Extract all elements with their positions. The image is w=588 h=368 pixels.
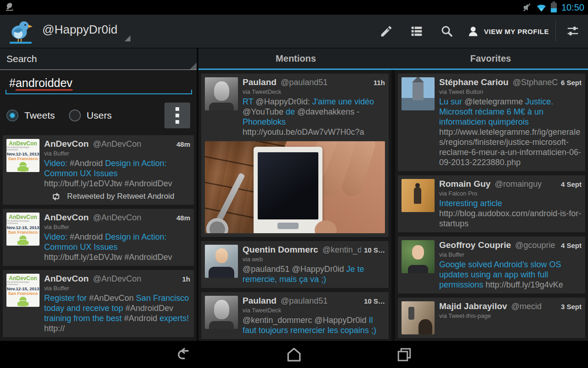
radio-tweets-label: Tweets — [24, 110, 55, 121]
timeline-lists: Pauland@pauland5111hvia TweetDeckRT @Hap… — [198, 70, 588, 341]
avatar[interactable] — [205, 245, 238, 278]
search-input[interactable]: #androiddev — [6, 75, 192, 94]
tweet-timestamp: 3 Sept — [558, 303, 582, 310]
tweet-media-image[interactable] — [205, 141, 385, 233]
app-logo-bird-icon[interactable] — [7, 18, 34, 45]
tweet-link[interactable]: @YouTube — [243, 107, 286, 116]
avatar[interactable] — [401, 179, 435, 212]
tune-button[interactable] — [558, 15, 588, 48]
tweet-row: Quentin Dommerc@kentin_dommerc10 S…via w… — [205, 245, 385, 284]
content-area: Search #androiddev Tweets Users — [0, 48, 588, 341]
tweet-card[interactable]: AnDevConThe Android Developer Conference… — [3, 270, 194, 337]
tweet-link[interactable]: @letelegramme — [464, 97, 525, 106]
tweet-author-handle: @gcouprie — [515, 241, 555, 250]
tweet-link[interactable]: http://buff.ly/1eDVJtw #AndroidDev — [44, 253, 172, 262]
avatar-text: AnDevCon — [9, 141, 37, 146]
tweet-text: Lu sur @letelegramme Justice. Microsoft … — [439, 97, 582, 167]
avatar[interactable] — [401, 77, 435, 110]
avatar[interactable]: AnDevConThe Android Developer Conference… — [6, 274, 40, 307]
recents-button[interactable] — [390, 344, 418, 365]
tweet-main: AnDevCon@AnDevCon1hvia BufferRegister fo… — [44, 274, 190, 334]
tweet-link[interactable]: http://youtu.be/oDAw7vW7H0c?a — [243, 127, 364, 137]
tweet-link[interactable]: #AnDevCon — [89, 293, 136, 303]
avatar-text: San Francisco — [8, 291, 38, 296]
avatar[interactable] — [401, 301, 435, 334]
tweet-card[interactable]: Geoffroy Couprie@gcouprie4 Septvia Buffe… — [398, 236, 585, 293]
system-nav-bar — [0, 341, 588, 368]
compose-button[interactable] — [371, 15, 401, 48]
android-robot-icon — [16, 162, 30, 172]
tweet-header: AnDevCon@AnDevCon48m — [44, 213, 190, 223]
tweet-card[interactable]: Romain Guy@romainguy4 Septvia Falcon Pro… — [398, 175, 585, 232]
tweet-timestamp: 10 S… — [361, 246, 385, 254]
search-header-label: Search — [6, 53, 37, 64]
account-name: @HappyDr0id — [42, 23, 118, 36]
avatar[interactable] — [205, 296, 238, 329]
overflow-dot — [175, 114, 179, 117]
tab-favorites[interactable]: Favorites — [393, 48, 588, 69]
tweet-link[interactable]: http://www.letelegramme.fr/ig/generales/… — [439, 127, 581, 167]
overflow-menu-button[interactable] — [164, 103, 190, 128]
avatar[interactable]: AnDevConThe Android Developer Conference… — [6, 213, 40, 246]
clock: 10:50 — [561, 2, 584, 13]
lists-button[interactable] — [401, 15, 432, 48]
tweet-link[interactable]: @pauland51 @HappyDr0id — [243, 264, 346, 274]
tweet-link[interactable]: http:// — [44, 324, 65, 333]
tweet-link[interactable]: @davehakkens - — [297, 107, 359, 116]
avatar[interactable] — [401, 240, 435, 273]
avatar[interactable]: AnDevConThe Android Developer Conference… — [6, 139, 40, 172]
mute-icon — [522, 2, 532, 12]
app-bar: @HappyDr0id — [0, 15, 588, 48]
avatar-text: AnDevCon — [9, 276, 37, 281]
tweet-card[interactable]: Stéphane Cariou@StphaneCariou6 Septvia T… — [398, 74, 585, 171]
tweet-link[interactable]: #Android — [70, 159, 105, 168]
spinner-arrow-icon — [124, 35, 130, 41]
tweet-link[interactable]: @HappyDr0id: — [255, 97, 312, 106]
tweet-link[interactable]: http://blog.audobox.com/android-is-for-s… — [439, 209, 581, 228]
tweet-link[interactable]: #AndroidDev — [125, 304, 173, 313]
tweet-card[interactable]: Majid Jabrayilov@mecid3 Septvia Tweet-th… — [398, 298, 585, 338]
home-icon — [285, 346, 303, 363]
back-button[interactable] — [170, 344, 198, 365]
tweet-main: AnDevCon@AnDevCon48mvia BufferVideo: #An… — [44, 213, 190, 262]
tweet-card[interactable]: AnDevConThe Android Developer Conference… — [3, 135, 194, 205]
overflow-dot — [175, 120, 179, 124]
avatar[interactable] — [205, 77, 238, 110]
tweet-author-name: Romain Guy — [439, 179, 491, 189]
tweet-link[interactable]: #Android — [70, 232, 105, 242]
avatar-text: The Android Developer Conference — [6, 281, 40, 286]
tweet-link[interactable]: http://buff.ly/19g4vKe — [486, 280, 563, 289]
search-type-row: Tweets Users — [6, 103, 190, 128]
tweet-row: AnDevConThe Android Developer Conference… — [6, 274, 190, 334]
tweet-row: Geoffroy Couprie@gcouprie4 Septvia Buffe… — [401, 240, 582, 290]
media-phone-button — [277, 223, 299, 229]
tweet-author-name: AnDevCon — [44, 139, 89, 149]
avatar-text: The Android Developer Conference — [6, 220, 40, 224]
action-bar-divider — [555, 21, 556, 42]
tweet-card[interactable]: AnDevConThe Android Developer Conference… — [3, 209, 194, 266]
account-spinner[interactable]: @HappyDr0id — [42, 23, 137, 40]
tweet-timestamp: 4 Sept — [558, 242, 582, 249]
action-bar-buttons: VIEW MY PROFILE — [371, 15, 588, 48]
tweet-card[interactable]: Quentin Dommerc@kentin_dommerc10 S…via w… — [201, 241, 389, 288]
search-button[interactable] — [432, 15, 462, 48]
tweet-link[interactable]: @kentin_dommerc @HappyDr0id — [243, 316, 369, 325]
radio-tweets[interactable]: Tweets — [6, 109, 55, 121]
tweet-link[interactable]: http://buff.ly/1eDVJtw #AndroidDev — [44, 179, 172, 188]
tweet-link[interactable]: #Android — [124, 314, 159, 323]
tweet-card[interactable]: Pauland@pauland5111hvia TweetDeckRT @Hap… — [201, 74, 389, 237]
view-my-profile-button[interactable]: VIEW MY PROFILE — [462, 15, 554, 48]
tweet-card[interactable]: Pauland@pauland5110 S…via TweetDeck@kent… — [201, 292, 389, 339]
tweet-source: via Buffer — [44, 150, 190, 157]
home-button[interactable] — [280, 344, 308, 365]
radio-users[interactable]: Users — [69, 109, 112, 121]
tab-mentions[interactable]: Mentions — [198, 48, 393, 69]
tweet-header: Quentin Dommerc@kentin_dommerc10 S… — [243, 245, 385, 255]
tweet-text: RT @HappyDr0id: J'aime une vidéo @YouTub… — [243, 97, 385, 137]
view-my-profile-label: VIEW MY PROFILE — [484, 28, 549, 35]
favorites-column: Stéphane Cariou@StphaneCariou6 Septvia T… — [395, 70, 588, 341]
tweet-author-handle: @AnDevCon — [93, 274, 141, 284]
tweet-main: Quentin Dommerc@kentin_dommerc10 S…via w… — [243, 245, 385, 284]
tweet-author-name: AnDevCon — [44, 274, 89, 284]
search-column-header[interactable]: Search — [0, 48, 197, 70]
